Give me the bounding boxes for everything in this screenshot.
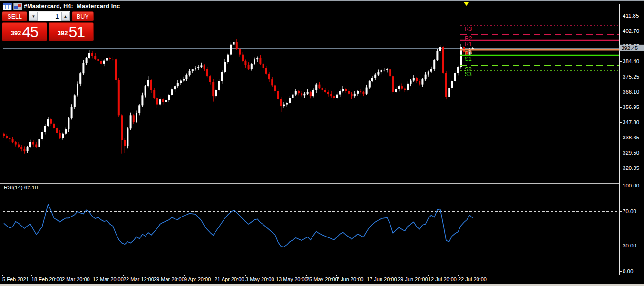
svg-text:25 May 20:00: 25 May 20:00 <box>306 276 338 282</box>
buy-price-button[interactable]: 392 51 <box>49 22 94 41</box>
svg-text:338.65: 338.65 <box>623 135 639 140</box>
svg-text:30.00: 30.00 <box>623 243 636 248</box>
svg-text:402.70: 402.70 <box>623 28 639 34</box>
svg-text:3 May 20:00: 3 May 20:00 <box>245 276 274 282</box>
window-border-left <box>0 0 0 284</box>
candles-layer <box>3 33 474 154</box>
svg-text:9 Apr 20:00: 9 Apr 20:00 <box>184 276 211 282</box>
volume-value[interactable]: 1 <box>38 12 61 21</box>
sell-button[interactable]: SELL <box>2 11 27 21</box>
pivot-label-R1: R1 <box>465 41 472 48</box>
pivot-levels-layer: R3R2R1PPS1S2S3 <box>460 25 619 77</box>
pivot-label-S1: S1 <box>465 56 472 62</box>
svg-text:7 Jun 20:00: 7 Jun 20:00 <box>336 276 364 282</box>
pivot-label-S3: S3 <box>465 71 472 78</box>
svg-text:366.10: 366.10 <box>623 89 639 95</box>
svg-text:375.25: 375.25 <box>623 74 639 79</box>
svg-text:0.00: 0.00 <box>623 268 633 274</box>
svg-text:2 Mar 20:00: 2 Mar 20:00 <box>62 276 90 282</box>
mt4-chart-window: R3R2R1PPS1S2S3411.85402.70393.55384.4037… <box>0 0 644 286</box>
chart-title-bar: #Mastercard, H4: Mastercard Inc <box>3 2 120 10</box>
svg-text:12 Jul 20:00: 12 Jul 20:00 <box>428 276 457 282</box>
volume-stepper: ▼ 1 ▲ <box>29 11 70 21</box>
svg-text:21 Apr 20:00: 21 Apr 20:00 <box>215 276 244 282</box>
time-axis: 5 Feb 202118 Feb 20:002 Mar 20:0012 Mar … <box>2 275 487 282</box>
rsi-line <box>4 204 473 247</box>
rsi-layer <box>3 204 619 247</box>
svg-text:329.50: 329.50 <box>623 150 639 156</box>
new-order-icon <box>13 3 22 10</box>
svg-text:13 May 20:00: 13 May 20:00 <box>276 276 308 282</box>
svg-text:411.85: 411.85 <box>623 13 639 19</box>
svg-text:356.95: 356.95 <box>623 104 639 110</box>
svg-text:22 Mar 12:00: 22 Mar 12:00 <box>123 276 154 282</box>
svg-text:29 Jun 20:00: 29 Jun 20:00 <box>398 276 428 282</box>
volume-decrease-button[interactable]: ▼ <box>29 12 38 21</box>
rsi-indicator-label: RSI(14) 62.10 <box>4 185 38 190</box>
window-border-bottom <box>0 284 644 286</box>
current-price-value: 392.45 <box>621 45 638 51</box>
buy-price-minor: 51 <box>69 23 85 41</box>
price-axis: 411.85402.70393.55384.40375.25366.10356.… <box>619 13 639 171</box>
svg-text:12 Mar 20:00: 12 Mar 20:00 <box>93 276 124 282</box>
svg-text:70.00: 70.00 <box>623 208 636 214</box>
sell-price-minor: 45 <box>22 23 39 41</box>
plot-border-left <box>2 4 2 275</box>
svg-text:18 Feb 20:00: 18 Feb 20:00 <box>31 276 62 282</box>
rsi-axis: 100.0070.0030.000.00 <box>619 183 639 274</box>
svg-text:17 Jun 20:00: 17 Jun 20:00 <box>367 276 397 282</box>
pivot-label-R3: R3 <box>465 26 472 32</box>
one-click-trading-panel: SELL ▼ 1 ▲ BUY 392 45 392 51 <box>2 11 94 41</box>
svg-text:100.00: 100.00 <box>623 183 639 188</box>
sell-price-button[interactable]: 392 45 <box>2 22 47 41</box>
chart-window-icon <box>3 3 12 10</box>
svg-text:5 Feb 2021: 5 Feb 2021 <box>2 276 29 282</box>
chart-title: #Mastercard, H4: Mastercard Inc <box>24 3 120 10</box>
svg-text:29 Mar 20:00: 29 Mar 20:00 <box>154 276 185 282</box>
buy-price-major: 392 <box>58 30 68 37</box>
svg-text:22 Jul 20:00: 22 Jul 20:00 <box>458 276 487 282</box>
sell-price-major: 392 <box>11 30 21 37</box>
volume-increase-button[interactable]: ▲ <box>61 12 70 21</box>
time-marker-icon <box>464 2 469 6</box>
chart-canvas[interactable]: R3R2R1PPS1S2S3411.85402.70393.55384.4037… <box>0 0 644 286</box>
window-border-top <box>0 0 644 1</box>
svg-text:320.35: 320.35 <box>623 165 639 171</box>
svg-text:347.80: 347.80 <box>623 119 639 125</box>
svg-text:384.40: 384.40 <box>623 59 639 64</box>
buy-button[interactable]: BUY <box>72 11 94 21</box>
